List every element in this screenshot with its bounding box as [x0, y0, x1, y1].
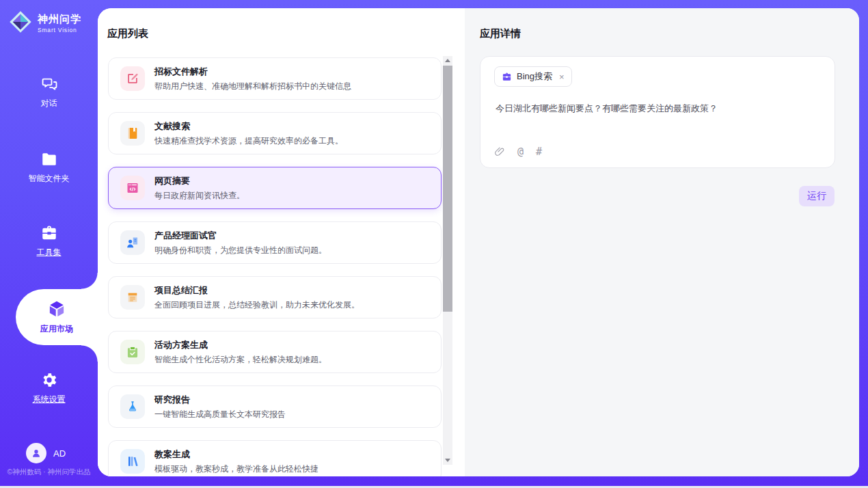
app-item-desc: 帮助用户快速、准确地理解和解析招标书中的关键信息 — [154, 81, 351, 92]
app-item-desc: 每日政府新闻资讯快查。 — [154, 190, 245, 202]
bubble-curve-top — [81, 273, 98, 289]
app-list-item[interactable]: 招标文件解析 帮助用户快速、准确地理解和解析招标书中的关键信息 — [108, 57, 442, 100]
app-list-item[interactable]: 文献搜索 快速精准查找学术资源，提高研究效率的必备工具。 — [108, 112, 442, 154]
interview-icon — [126, 236, 139, 249]
app-list: 招标文件解析 帮助用户快速、准确地理解和解析招标书中的关键信息 文献搜索 快速精… — [108, 57, 442, 476]
user-avatar-row[interactable]: AD — [26, 443, 66, 463]
app-item-desc: 快速精准查找学术资源，提高研究效率的必备工具。 — [154, 135, 343, 147]
card-toolbar: @ # — [494, 146, 542, 158]
sidebar-item-label: 对话 — [41, 98, 57, 109]
hash-icon[interactable]: # — [536, 146, 542, 158]
brand-logo: 神州问学 Smart Vision — [8, 10, 81, 37]
app-list-pane: 应用列表 招标文件解析 帮助用户快速、准确地理解和解析招标书中的关键信息 — [98, 8, 465, 476]
toolbox-icon — [40, 224, 58, 242]
app-item-desc: 一键智能生成高质量长文本研究报告 — [154, 409, 286, 420]
close-icon[interactable]: × — [559, 72, 565, 82]
cube-icon — [47, 299, 66, 318]
app-item-tile — [120, 121, 145, 146]
app-list-item[interactable]: 产品经理面试官 明确身份和职责，为您提供专业性的面试问题。 — [108, 221, 442, 264]
sidebar-item-toolset[interactable]: 工具集 — [0, 224, 98, 258]
paperclip-icon[interactable] — [494, 146, 505, 157]
run-button[interactable]: 运行 — [799, 186, 835, 206]
app-item-name: 活动方案生成 — [154, 339, 327, 351]
app-list-item[interactable]: 活动方案生成 智能生成个性化活动方案，轻松解决规划难题。 — [108, 331, 442, 373]
folder-icon — [40, 150, 58, 168]
app-item-name: 教案生成 — [154, 448, 318, 461]
app-item-desc: 模板驱动，教案秒成，教学准备从此轻松快捷 — [154, 463, 318, 475]
app-item-tile — [120, 230, 145, 255]
brand-name: 神州问学 — [38, 13, 81, 26]
app-detail-pane: 应用详情 Bing搜索 × 今日湖北有哪些新闻要点？有哪些需要关注的最新政策？ … — [465, 8, 859, 476]
app-list-item[interactable]: 网页摘要 每日政府新闻资讯快查。 — [108, 167, 442, 209]
app-list-item[interactable]: 项目总结汇报 全面回顾项目进展，总结经验教训，助力未来优化发展。 — [108, 276, 442, 318]
sidebar-footer: ©神州数码 · 神州问学出品 — [0, 467, 98, 477]
app-item-tile — [120, 66, 145, 91]
sidebar-item-label: 智能文件夹 — [29, 173, 70, 185]
plan-icon — [126, 345, 139, 359]
app-item-name: 文献搜索 — [154, 120, 343, 133]
sidebar-item-smart-folder[interactable]: 智能文件夹 — [0, 150, 98, 185]
sidebar-item-label: 系统设置 — [33, 394, 66, 405]
scrollbar-thumb[interactable] — [443, 66, 452, 312]
app-item-tile — [120, 449, 145, 474]
gear-icon — [40, 371, 58, 389]
app-item-name: 项目总结汇报 — [154, 284, 360, 297]
scrollbar[interactable] — [443, 56, 452, 465]
query-input[interactable]: 今日湖北有哪些新闻要点？有哪些需要关注的最新政策？ — [496, 102, 822, 116]
content-shell: 应用列表 招标文件解析 帮助用户快速、准确地理解和解析招标书中的关键信息 — [98, 8, 859, 476]
app-item-tile — [120, 340, 145, 364]
scroll-up-arrow-icon[interactable] — [445, 59, 450, 62]
web-icon — [126, 181, 139, 195]
sidebar-item-app-market[interactable]: 应用市场 — [16, 289, 98, 345]
sidebar-item-settings[interactable]: 系统设置 — [0, 371, 98, 405]
query-card: Bing搜索 × 今日湖北有哪些新闻要点？有哪些需要关注的最新政策？ @ # — [480, 56, 835, 168]
app-item-name: 研究报告 — [154, 394, 286, 406]
research-icon — [126, 400, 139, 414]
app-item-desc: 全面回顾项目进展，总结经验教训，助力未来优化发展。 — [154, 299, 360, 311]
sidebar-item-label: 应用市场 — [40, 323, 73, 335]
chat-icon — [40, 75, 58, 93]
app-item-tile — [120, 394, 145, 419]
app-item-tile — [120, 285, 145, 310]
briefcase-icon — [502, 72, 512, 82]
user-name: AD — [53, 448, 66, 459]
app-item-desc: 智能生成个性化活动方案，轻松解决规划难题。 — [154, 354, 327, 366]
app-list-title: 应用列表 — [107, 27, 148, 40]
user-icon — [26, 443, 46, 463]
bubble-curve-bottom — [81, 345, 98, 362]
app-list-item[interactable]: 教案生成 模板驱动，教案秒成，教学准备从此轻松快捷 — [108, 440, 442, 476]
app-item-name: 招标文件解析 — [154, 66, 351, 78]
summary-icon — [126, 290, 139, 304]
app-item-name: 产品经理面试官 — [154, 230, 327, 242]
sidebar: 神州问学 Smart Vision 对话 智能文件夹 工具集 应用市场 系统设置… — [0, 0, 98, 488]
lesson-icon — [126, 455, 139, 468]
edit-icon — [126, 72, 139, 85]
tool-tag[interactable]: Bing搜索 × — [494, 66, 572, 87]
app-item-tile — [120, 176, 145, 200]
app-detail-title: 应用详情 — [480, 27, 521, 40]
app-item-desc: 明确身份和职责，为您提供专业性的面试问题。 — [154, 245, 327, 256]
at-icon[interactable]: @ — [517, 146, 524, 158]
app-item-name: 网页摘要 — [154, 175, 245, 187]
scroll-down-arrow-icon[interactable] — [445, 459, 450, 462]
sidebar-item-label: 工具集 — [37, 247, 62, 258]
book-icon — [126, 126, 139, 140]
brand-subtitle: Smart Vision — [38, 27, 81, 33]
brand-logo-icon — [8, 10, 33, 37]
sidebar-item-chat[interactable]: 对话 — [0, 75, 98, 109]
app-list-item[interactable]: 研究报告 一键智能生成高质量长文本研究报告 — [108, 385, 442, 428]
tool-tag-label: Bing搜索 — [517, 70, 552, 83]
